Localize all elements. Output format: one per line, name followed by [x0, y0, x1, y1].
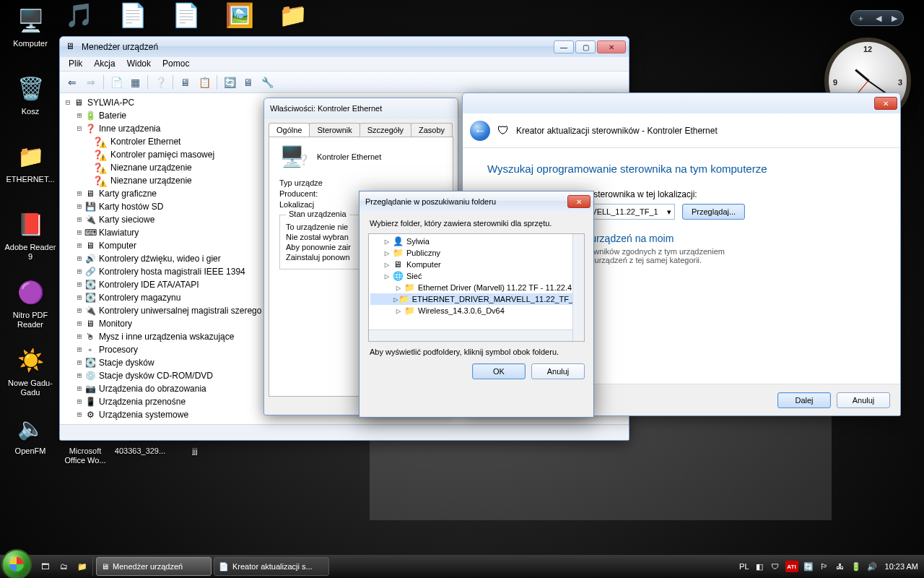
expand-icon[interactable]: ⊞: [74, 226, 84, 239]
expand-icon[interactable]: ⊞: [74, 330, 84, 343]
show-desktop-icon[interactable]: 🗔: [36, 558, 53, 575]
quick-launch[interactable]: 🗔 🗂 📁: [35, 557, 93, 576]
browse-folder-dialog[interactable]: Przeglądanie w poszukiwaniu folderu ✕ Wy…: [359, 191, 594, 418]
tab[interactable]: Sterownik: [309, 123, 359, 137]
update-driver-icon[interactable]: 🔄: [222, 74, 237, 90]
expand-icon[interactable]: ⊞: [74, 200, 84, 213]
folder-node[interactable]: ▷📁Ethernet Driver (Marvell) 11.22 TF - 1…: [370, 282, 583, 293]
maximize-button[interactable]: ▢: [575, 40, 596, 53]
desktop-icon[interactable]: 🟣Nitro PDF Reader: [4, 275, 56, 329]
ok-button[interactable]: OK: [472, 363, 526, 379]
expand-icon[interactable]: ▷: [382, 272, 392, 281]
folder-tree[interactable]: ▷👤Sylwia▷📁Publiczny▷🖥Komputer▷🌐Sieć▷📁Eth…: [368, 233, 585, 342]
folder-node[interactable]: ▷🌐Sieć: [370, 270, 583, 282]
minimize-button[interactable]: —: [554, 40, 574, 53]
switch-windows-icon[interactable]: 🗂: [55, 558, 72, 575]
back-button[interactable]: ←: [470, 121, 490, 141]
menu-item[interactable]: Widok: [121, 57, 157, 71]
close-button[interactable]: ✕: [567, 195, 590, 208]
expand-icon[interactable]: ▷: [382, 249, 392, 258]
folder-node[interactable]: ▷📁Publiczny: [370, 247, 583, 259]
desktop-icon[interactable]: 📄: [169, 1, 204, 36]
language-indicator[interactable]: PL: [739, 562, 749, 571]
desktop-icon[interactable]: 📕Adobe Reader 9: [4, 207, 56, 261]
help-icon[interactable]: ❔: [152, 74, 168, 90]
expand-icon[interactable]: ▷: [382, 237, 392, 246]
properties-icon[interactable]: 📋: [196, 74, 212, 90]
task-buttons[interactable]: 🖥Menedżer urządzeń📄Kreator aktualizacji …: [93, 557, 733, 576]
browse-button[interactable]: Przeglądaj...: [682, 204, 745, 220]
start-button[interactable]: [1, 549, 32, 578]
desktop-icon[interactable]: ☀️Nowe Gadu-Gadu: [4, 342, 56, 397]
toolbar[interactable]: ⇐ ⇒ 📄 ▦ ❔ 🖥 📋 🔄 🖥 🔧: [60, 72, 629, 93]
clock[interactable]: 10:23 AM: [885, 562, 918, 571]
expand-icon[interactable]: ⊟: [74, 122, 84, 135]
menu-item[interactable]: Plik: [63, 57, 88, 71]
tray-battery-icon[interactable]: 🔋: [850, 561, 862, 572]
scrollbar-horizontal[interactable]: [369, 329, 572, 341]
expand-icon[interactable]: ⊞: [74, 382, 84, 395]
close-button[interactable]: ✕: [874, 97, 897, 110]
disable-icon[interactable]: 🔧: [259, 74, 275, 90]
titlebar[interactable]: Przeglądanie w poszukiwaniu folderu ✕: [359, 191, 593, 212]
menu-item[interactable]: Pomoc: [157, 57, 195, 71]
expand-icon[interactable]: ⊞: [74, 265, 84, 278]
expand-icon[interactable]: ⊞: [74, 343, 84, 356]
folder-node[interactable]: ▷📁Wireless_14.3.0.6_Dv64: [370, 305, 583, 316]
titlebar[interactable]: Właściwości: Kontroler Ethernet: [264, 98, 458, 118]
tab-strip[interactable]: OgólneSterownikSzczegółyZasoby: [269, 123, 453, 137]
tab[interactable]: Zasoby: [411, 123, 453, 137]
desktop-icon[interactable]: 📄: [116, 1, 150, 36]
expand-icon[interactable]: ▷: [393, 295, 398, 304]
cancel-button[interactable]: Anuluj: [837, 392, 890, 408]
quick-launch-item[interactable]: 📁: [74, 558, 91, 575]
desktop-icon[interactable]: 🗑️Kosz: [4, 71, 56, 116]
expand-icon[interactable]: ⊞: [74, 356, 84, 369]
expand-icon[interactable]: ⊞: [74, 395, 84, 408]
scan-icon[interactable]: 🖥: [178, 74, 193, 90]
expand-icon[interactable]: ⊞: [74, 239, 84, 252]
uninstall-icon[interactable]: 🖥: [240, 74, 256, 90]
task-button[interactable]: 📄Kreator aktualizacji s...: [214, 557, 329, 576]
nav-back-icon[interactable]: ⇐: [64, 74, 80, 90]
chevron-down-icon[interactable]: ▾: [667, 207, 671, 217]
folder-node[interactable]: ▷📁ETHERNET_DRIVER_MARVELL_11.22_TF_11...: [370, 293, 583, 305]
expand-icon[interactable]: ⊞: [74, 408, 84, 421]
task-button[interactable]: 🖥Menedżer urządzeń: [96, 557, 212, 576]
desktop-icon[interactable]: 🔈OpenFM: [4, 410, 56, 456]
next-button[interactable]: Dalej: [777, 392, 831, 408]
tray-network-icon[interactable]: 🖧: [834, 561, 846, 572]
expand-icon[interactable]: ⊞: [74, 187, 84, 200]
expand-icon[interactable]: ⊞: [74, 317, 84, 330]
tray-update-icon[interactable]: 🔄: [803, 561, 814, 572]
expand-icon[interactable]: ⊞: [74, 278, 84, 291]
menu-item[interactable]: Akcja: [88, 57, 121, 71]
expand-icon[interactable]: ⊞: [74, 304, 84, 317]
tray-security-icon[interactable]: 🛡: [770, 561, 781, 572]
desktop-icon[interactable]: 📁: [276, 1, 310, 36]
expand-icon[interactable]: ▷: [382, 260, 392, 269]
up-icon[interactable]: 📄: [108, 74, 124, 90]
folder-node[interactable]: ▷🖥Komputer: [370, 259, 583, 270]
expand-icon[interactable]: ⊞: [74, 109, 84, 122]
desktop-icon[interactable]: 🎵: [62, 1, 97, 36]
titlebar[interactable]: ✕: [463, 93, 900, 113]
cancel-button[interactable]: Anuluj: [531, 363, 585, 379]
menu-bar[interactable]: PlikAkcjaWidokPomoc: [60, 57, 629, 72]
tab[interactable]: Szczegóły: [359, 123, 411, 137]
taskbar[interactable]: 🗔 🗂 📁 🖥Menedżer urządzeń📄Kreator aktuali…: [0, 555, 924, 578]
tray-flag-icon[interactable]: 🏳: [819, 561, 830, 572]
tray-volume-icon[interactable]: 🔊: [866, 561, 878, 572]
expand-icon[interactable]: ⊞: [74, 369, 84, 382]
tab[interactable]: Ogólne: [269, 123, 310, 137]
tray-ati-icon[interactable]: ATI: [785, 561, 798, 572]
expand-icon[interactable]: ⊞: [74, 291, 84, 304]
desktop-icon[interactable]: 🖥️Komputer: [4, 3, 56, 48]
tray-chevron-icon[interactable]: ◧: [754, 561, 765, 572]
scrollbar-vertical[interactable]: [572, 234, 584, 341]
expand-icon[interactable]: ⊞: [74, 213, 84, 226]
folder-node[interactable]: ▷👤Sylwia: [370, 236, 583, 247]
desktop-icon[interactable]: 📁ETHERNET...: [4, 139, 56, 184]
expand-icon[interactable]: ⊞: [74, 252, 84, 265]
expand-icon[interactable]: ⊟: [63, 96, 73, 109]
